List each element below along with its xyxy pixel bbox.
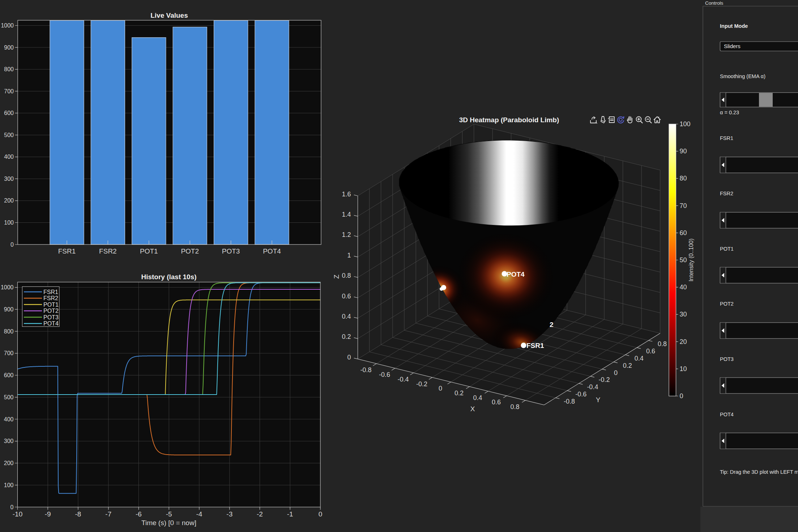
svg-text:80: 80 (680, 175, 687, 182)
svg-text:FSR1: FSR1 (526, 342, 544, 349)
svg-text:200: 200 (4, 197, 14, 204)
svg-text:-2: -2 (257, 510, 263, 518)
svg-text:-8: -8 (75, 510, 81, 518)
svg-text:70: 70 (680, 202, 687, 209)
svg-text:POT3: POT3 (720, 356, 734, 362)
svg-text:90: 90 (680, 148, 687, 155)
svg-text:FSR2: FSR2 (720, 191, 733, 196)
svg-text:0: 0 (439, 385, 442, 392)
svg-text:POT1: POT1 (43, 302, 59, 308)
svg-text:α = 0.23: α = 0.23 (720, 110, 739, 115)
svg-text:POT2: POT2 (43, 308, 59, 314)
svg-text:900: 900 (4, 44, 14, 51)
svg-text:0.6: 0.6 (342, 293, 351, 300)
svg-text:400: 400 (4, 416, 14, 422)
svg-text:50: 50 (680, 256, 687, 264)
svg-text:Intensity (0..100): Intensity (0..100) (688, 238, 694, 281)
svg-text:0.8: 0.8 (658, 340, 667, 348)
svg-text:3D Heatmap (Paraboloid Limb): 3D Heatmap (Paraboloid Limb) (459, 116, 559, 124)
svg-text:POT2: POT2 (181, 247, 199, 255)
svg-text:200: 200 (4, 460, 14, 466)
svg-text:-10: -10 (13, 510, 22, 518)
svg-text:100: 100 (680, 120, 691, 128)
svg-text:-0.2: -0.2 (416, 380, 427, 388)
svg-text:60: 60 (680, 229, 687, 237)
svg-text:POT4: POT4 (720, 412, 734, 417)
svg-text:0.4: 0.4 (635, 355, 644, 362)
svg-text:2: 2 (550, 321, 554, 328)
svg-text:300: 300 (4, 438, 14, 444)
svg-text:-6: -6 (136, 510, 142, 518)
svg-text:0.8: 0.8 (342, 272, 351, 279)
svg-text:0.2: 0.2 (342, 333, 351, 340)
svg-text:900: 900 (4, 306, 14, 312)
svg-text:10: 10 (680, 365, 687, 373)
svg-text:300: 300 (4, 176, 14, 182)
svg-text:1.2: 1.2 (342, 231, 351, 238)
svg-text:100: 100 (4, 482, 14, 488)
svg-text:FSR2: FSR2 (99, 247, 117, 255)
svg-text:0: 0 (319, 510, 323, 518)
svg-text:Smoothing (EMA α): Smoothing (EMA α) (720, 73, 765, 79)
svg-text:Y: Y (596, 396, 601, 404)
svg-text:POT1: POT1 (720, 246, 734, 252)
svg-text:POT4: POT4 (263, 247, 281, 255)
svg-text:FSR1: FSR1 (43, 289, 58, 295)
svg-text:-0.8: -0.8 (564, 398, 575, 405)
svg-text:100: 100 (4, 220, 14, 226)
svg-text:-0.6: -0.6 (379, 371, 390, 378)
svg-text:FSR1: FSR1 (720, 135, 733, 141)
svg-text:POT4: POT4 (43, 320, 59, 327)
svg-text:0: 0 (680, 392, 683, 400)
svg-text:0: 0 (10, 242, 14, 248)
svg-text:POT1: POT1 (140, 247, 158, 255)
svg-text:POT4: POT4 (507, 271, 525, 278)
svg-text:0.6: 0.6 (492, 399, 501, 406)
svg-text:1000: 1000 (1, 284, 14, 290)
svg-text:FSR2: FSR2 (43, 295, 58, 301)
svg-text:1: 1 (347, 252, 351, 259)
svg-text:1.6: 1.6 (342, 191, 351, 198)
svg-text:700: 700 (4, 88, 14, 94)
svg-text:FSR1: FSR1 (58, 247, 76, 255)
svg-text:-0.6: -0.6 (575, 391, 586, 398)
svg-text:Z: Z (333, 274, 340, 279)
svg-text:Input Mode: Input Mode (720, 23, 748, 29)
svg-text:Time (s) [0 = now]: Time (s) [0 = now] (141, 519, 196, 527)
svg-text:0.2: 0.2 (455, 390, 464, 397)
svg-text:Controls: Controls (705, 0, 724, 6)
svg-text:600: 600 (4, 110, 14, 116)
svg-text:1.4: 1.4 (342, 211, 351, 218)
svg-text:-3: -3 (226, 510, 232, 518)
svg-text:0.4: 0.4 (342, 313, 351, 320)
svg-text:1000: 1000 (1, 22, 14, 29)
svg-text:0: 0 (614, 369, 618, 376)
svg-text:0.4: 0.4 (473, 394, 482, 401)
svg-text:400: 400 (4, 154, 14, 160)
svg-text:-0.4: -0.4 (587, 383, 598, 391)
svg-text:POT2: POT2 (720, 301, 734, 307)
svg-text:0: 0 (10, 504, 14, 510)
svg-text:POT3: POT3 (43, 314, 59, 320)
svg-text:-0.4: -0.4 (397, 376, 409, 383)
svg-text:500: 500 (4, 394, 14, 400)
svg-text:Tip: Drag the 3D plot with LEF: Tip: Drag the 3D plot with LEFT mouse to… (720, 469, 798, 475)
svg-text:Live Values: Live Values (150, 12, 188, 19)
svg-text:-7: -7 (105, 510, 111, 518)
svg-text:40: 40 (680, 284, 687, 291)
svg-text:0.2: 0.2 (623, 362, 632, 369)
svg-text:800: 800 (4, 328, 14, 335)
svg-text:500: 500 (4, 132, 14, 138)
svg-text:-1: -1 (287, 510, 293, 518)
svg-text:20: 20 (680, 338, 687, 345)
svg-text:-0.2: -0.2 (598, 376, 610, 383)
svg-text:0: 0 (347, 354, 351, 361)
svg-text:600: 600 (4, 372, 14, 378)
svg-text:-9: -9 (45, 510, 51, 518)
svg-text:0.6: 0.6 (646, 348, 655, 355)
svg-text:Sliders: Sliders (724, 43, 741, 49)
svg-text:X: X (470, 405, 475, 413)
svg-text:0.8: 0.8 (510, 403, 519, 410)
svg-text:800: 800 (4, 66, 14, 72)
svg-text:-4: -4 (196, 510, 202, 518)
